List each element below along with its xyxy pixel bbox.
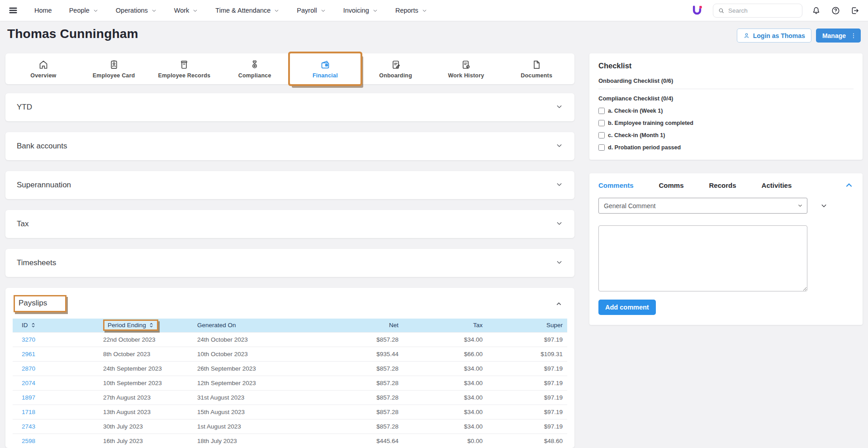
column-label: Net	[389, 322, 398, 329]
section-tax[interactable]: Tax	[5, 210, 574, 238]
expand-chevron-down-icon[interactable]	[820, 202, 828, 210]
section-bank-accounts[interactable]: Bank accounts	[5, 132, 574, 160]
payslips-header[interactable]: Payslips	[13, 295, 567, 319]
section-superannuation[interactable]: Superannuation	[5, 171, 574, 199]
table-row: 2598 16th July 2023 18th July 2023 $445.…	[13, 434, 567, 448]
payslip-id-link[interactable]: 2743	[22, 423, 35, 430]
cell-net: $857.28	[319, 332, 403, 347]
comment-type-row: General Comment	[598, 198, 854, 214]
chevron-down-icon	[555, 103, 563, 112]
comments-tab-records[interactable]: Records	[709, 181, 736, 189]
search-input[interactable]	[728, 7, 797, 14]
tab-employee-records[interactable]: Employee Records	[149, 53, 220, 84]
login-as-button[interactable]: Login as Thomas	[737, 29, 811, 43]
comment-type-select[interactable]: General Comment	[598, 198, 807, 214]
comments-tab-activities[interactable]: Activities	[762, 181, 792, 189]
cell-period-ending: 10th September 2023	[99, 376, 193, 390]
section-title: Superannuation	[17, 181, 71, 190]
chevron-down-icon	[422, 8, 427, 14]
chevron-down-icon	[555, 103, 563, 112]
tab-compliance[interactable]: Compliance	[219, 53, 290, 84]
payslip-id-link[interactable]: 3270	[22, 336, 35, 343]
cell-tax: $34.00	[403, 419, 487, 434]
column-label: Tax	[473, 322, 483, 329]
nav-item-reports[interactable]: Reports	[395, 7, 427, 14]
collapse-panel-chevron-up-icon[interactable]	[844, 181, 854, 190]
cell-net: $857.28	[319, 361, 403, 376]
medal-icon	[249, 59, 260, 70]
nav-item-payroll[interactable]: Payroll	[297, 7, 326, 14]
page-title: Thomas Cunningham	[7, 27, 138, 41]
column-header-period-ending[interactable]: Period Ending	[99, 319, 193, 332]
content-area: Overview Employee Card Employee Records …	[0, 43, 868, 448]
cell-period-ending: 30th July 2023	[99, 419, 193, 434]
payslip-id-link[interactable]: 2074	[22, 380, 35, 386]
tab-financial[interactable]: Financial	[290, 53, 360, 84]
cell-tax: $34.00	[403, 390, 487, 405]
wallet-icon	[320, 59, 331, 70]
chevron-down-icon	[93, 8, 99, 14]
nav-item-invoicing[interactable]: Invoicing	[343, 7, 378, 14]
checklist-item: b. Employee training completed	[598, 120, 854, 126]
menu-icon[interactable]	[6, 4, 20, 17]
cell-generated-on: 15th August 2023	[193, 405, 319, 419]
chevron-down-icon	[555, 258, 563, 268]
cell-period-ending: 27th August 2023	[99, 390, 193, 405]
chevron-down-icon	[372, 8, 378, 14]
nav-item-operations[interactable]: Operations	[116, 7, 157, 14]
payslip-id-link[interactable]: 2870	[22, 365, 35, 372]
archive-icon	[179, 59, 190, 70]
payslip-id-link[interactable]: 1718	[22, 409, 35, 415]
column-header-id[interactable]: ID	[13, 319, 99, 332]
app-logo[interactable]	[692, 5, 704, 17]
payslip-id-link[interactable]: 1897	[22, 394, 35, 401]
comments-tab-comms[interactable]: Comms	[659, 181, 684, 189]
tab-label: Compliance	[238, 72, 271, 79]
checklist-item: c. Check-in (Month 1)	[598, 132, 854, 138]
tab-documents[interactable]: Documents	[501, 53, 572, 84]
payslip-id-link[interactable]: 2961	[22, 351, 35, 357]
checklist-checkbox[interactable]	[598, 144, 605, 151]
checklist-checkbox[interactable]	[598, 120, 605, 126]
cell-super: $97.19	[487, 361, 567, 376]
cell-tax: $34.00	[403, 376, 487, 390]
column-header-super: Super	[487, 319, 567, 332]
cell-period-ending: 16th July 2023	[99, 434, 193, 448]
cell-id: 2074	[13, 376, 99, 390]
logout-icon[interactable]	[849, 5, 861, 16]
chevron-down-icon	[555, 258, 563, 268]
home-icon	[38, 59, 49, 70]
cell-id: 1897	[13, 390, 99, 405]
checklist-checkbox[interactable]	[598, 108, 605, 114]
bell-icon[interactable]	[811, 5, 822, 16]
section-title: Bank accounts	[17, 142, 67, 151]
tab-overview[interactable]: Overview	[8, 53, 79, 84]
cell-net: $857.28	[319, 419, 403, 434]
section-ytd[interactable]: YTD	[5, 93, 574, 121]
payslip-id-link[interactable]: 2598	[22, 438, 35, 444]
tab-onboarding[interactable]: Onboarding	[360, 53, 431, 84]
checklist-group-label: Onboarding Checklist (0/6)	[598, 77, 854, 84]
tab-work-history[interactable]: Work History	[431, 53, 502, 84]
comments-tab-comments[interactable]: Comments	[598, 181, 634, 189]
chevron-up-icon[interactable]	[555, 300, 563, 308]
help-icon[interactable]	[830, 5, 841, 16]
nav-item-people[interactable]: People	[69, 7, 99, 14]
history-doc-icon	[460, 59, 471, 70]
add-comment-button[interactable]: Add comment	[598, 300, 656, 315]
nav-item-work[interactable]: Work	[174, 7, 199, 14]
nav-item-time-attendance[interactable]: Time & Attendance	[215, 7, 280, 14]
nav-item-home[interactable]: Home	[34, 7, 52, 14]
section-title: Timesheets	[17, 258, 56, 267]
cell-id: 1718	[13, 405, 99, 419]
checklist-group-label: Compliance Checklist (0/4)	[598, 95, 854, 102]
tab-employee-card[interactable]: Employee Card	[79, 53, 149, 84]
cell-generated-on: 18th July 2023	[193, 434, 319, 448]
cell-super: $97.19	[487, 405, 567, 419]
nav-item-label: Reports	[395, 7, 418, 14]
search-icon	[718, 7, 725, 14]
section-timesheets[interactable]: Timesheets	[5, 249, 574, 277]
checklist-checkbox[interactable]	[598, 132, 605, 138]
comment-textarea[interactable]	[598, 225, 807, 291]
manage-button[interactable]: Manage	[816, 29, 861, 43]
